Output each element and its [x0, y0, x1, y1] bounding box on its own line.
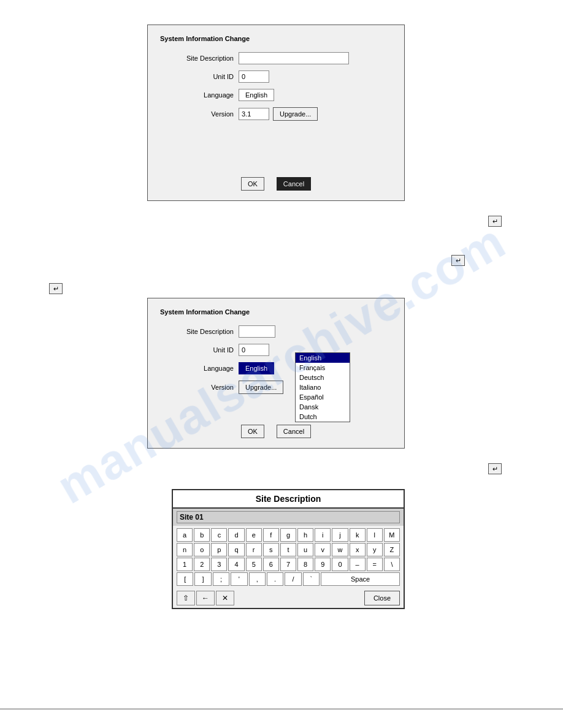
system-info-dialog-1: System Information Change Site Descripti… [147, 25, 405, 201]
key-9[interactable]: 9 [315, 558, 331, 571]
key-o[interactable]: o [194, 543, 210, 556]
key-l[interactable]: l [367, 528, 383, 542]
key-k[interactable]: k [350, 528, 366, 542]
dropdown-item-espanol[interactable]: Español [296, 392, 350, 402]
keyboard-dialog: Site Description a b c d e f g h i j k l… [172, 489, 405, 609]
dropdown-item-deutsch[interactable]: Deutsch [296, 373, 350, 382]
key-c[interactable]: c [211, 528, 227, 542]
site-description-label: Site Description [160, 55, 234, 62]
key-g[interactable]: g [280, 528, 296, 542]
key-Z[interactable]: Z [384, 543, 400, 556]
key-j[interactable]: j [332, 528, 348, 542]
key-v[interactable]: v [315, 543, 331, 556]
return-arrow-2[interactable]: ↵ [451, 255, 465, 266]
site-description-input-2[interactable] [239, 325, 275, 338]
dialog2-title: System Information Change [160, 308, 392, 316]
site-description-row-2: Site Description [160, 325, 392, 338]
key-2[interactable]: 2 [194, 558, 210, 571]
key-n[interactable]: n [177, 543, 193, 556]
key-w[interactable]: w [332, 543, 348, 556]
ok-button-1[interactable]: OK [241, 177, 264, 191]
keyboard-footer: ⇧ ← ✕ Close [173, 588, 404, 608]
key-space[interactable]: Space [321, 572, 400, 586]
language-dropdown: English Français Deutsch Italiano Españo… [295, 352, 350, 422]
key-b[interactable]: b [194, 528, 210, 542]
key-M[interactable]: M [384, 528, 400, 542]
key-rbracket[interactable]: ] [194, 572, 211, 586]
dropdown-item-english[interactable]: English [296, 353, 350, 363]
cancel-button-1[interactable]: Cancel [277, 177, 311, 191]
key-1[interactable]: 1 [177, 558, 193, 571]
keyboard-input-row [173, 509, 404, 526]
key-period[interactable]: . [267, 572, 283, 586]
bottom-separator [0, 708, 563, 710]
key-3[interactable]: 3 [211, 558, 227, 571]
key-tick[interactable]: ` [303, 572, 320, 586]
key-f[interactable]: f [263, 528, 279, 542]
key-h[interactable]: h [297, 528, 313, 542]
return-arrow-4[interactable]: ↵ [488, 463, 502, 474]
key-d[interactable]: d [228, 528, 244, 542]
key-slash[interactable]: / [285, 572, 301, 586]
cancel-button-2[interactable]: Cancel [277, 425, 311, 438]
key-5[interactable]: 5 [246, 558, 262, 571]
key-q[interactable]: q [228, 543, 244, 556]
clear-key[interactable]: ✕ [216, 591, 234, 605]
language-label: Language [160, 91, 234, 99]
version-input[interactable] [239, 108, 269, 120]
version-row-2: Version Upgrade... [160, 381, 392, 394]
key-t[interactable]: t [280, 543, 296, 556]
unit-id-label: Unit ID [160, 73, 234, 80]
key-dash[interactable]: – [350, 558, 366, 571]
language-button[interactable]: English [239, 89, 274, 101]
key-backslash[interactable]: \ [384, 558, 400, 571]
keyboard-input[interactable] [177, 511, 400, 523]
key-lbracket[interactable]: [ [177, 572, 193, 586]
return-arrow-1[interactable]: ↵ [488, 216, 502, 227]
unit-id-input[interactable] [239, 70, 269, 83]
key-r[interactable]: r [246, 543, 262, 556]
site-description-input[interactable] [239, 52, 349, 64]
key-0[interactable]: 0 [332, 558, 348, 571]
key-comma[interactable]: , [249, 572, 266, 586]
key-u[interactable]: u [297, 543, 313, 556]
keyboard-footer-left: ⇧ ← ✕ [177, 591, 234, 605]
key-6[interactable]: 6 [263, 558, 279, 571]
key-4[interactable]: 4 [228, 558, 244, 571]
backspace-key[interactable]: ← [196, 591, 215, 605]
version-row: Version Upgrade... [160, 107, 392, 121]
arrow-row-4: ↵ [37, 463, 526, 474]
dropdown-item-italiano[interactable]: Italiano [296, 382, 350, 392]
dropdown-item-dutch[interactable]: Dutch [296, 412, 350, 422]
upgrade-button-2[interactable]: Upgrade... [239, 381, 283, 394]
upgrade-button[interactable]: Upgrade... [273, 107, 318, 121]
return-arrow-3[interactable]: ↵ [49, 283, 63, 294]
close-button[interactable]: Close [364, 591, 400, 605]
key-row-2: n o p q r s t u v w x y Z [177, 543, 400, 556]
key-apostrophe[interactable]: ' [231, 572, 247, 586]
key-p[interactable]: p [211, 543, 227, 556]
key-y[interactable]: y [367, 543, 383, 556]
key-row-1: a b c d e f g h i j k l M [177, 528, 400, 542]
shift-key[interactable]: ⇧ [177, 591, 195, 605]
key-i[interactable]: i [315, 528, 331, 542]
key-semicolon[interactable]: ; [213, 572, 229, 586]
unit-id-row: Unit ID [160, 70, 392, 83]
key-e[interactable]: e [246, 528, 262, 542]
version-controls-2: Upgrade... [239, 381, 283, 394]
key-8[interactable]: 8 [297, 558, 313, 571]
key-row-3: 1 2 3 4 5 6 7 8 9 0 – = \ [177, 558, 400, 571]
key-7[interactable]: 7 [280, 558, 296, 571]
unit-id-row-2: Unit ID [160, 344, 392, 356]
key-equals[interactable]: = [367, 558, 383, 571]
language-button-2[interactable]: English [239, 362, 274, 374]
dropdown-item-dansk[interactable]: Dansk [296, 402, 350, 412]
key-a[interactable]: a [177, 528, 193, 542]
unit-id-label-2: Unit ID [160, 346, 234, 354]
dropdown-item-francais[interactable]: Français [296, 363, 350, 373]
key-x[interactable]: x [350, 543, 366, 556]
keyboard-grid: a b c d e f g h i j k l M n o p q r [173, 526, 404, 588]
unit-id-input-2[interactable] [239, 344, 269, 356]
ok-button-2[interactable]: OK [241, 425, 264, 438]
key-s[interactable]: s [263, 543, 279, 556]
